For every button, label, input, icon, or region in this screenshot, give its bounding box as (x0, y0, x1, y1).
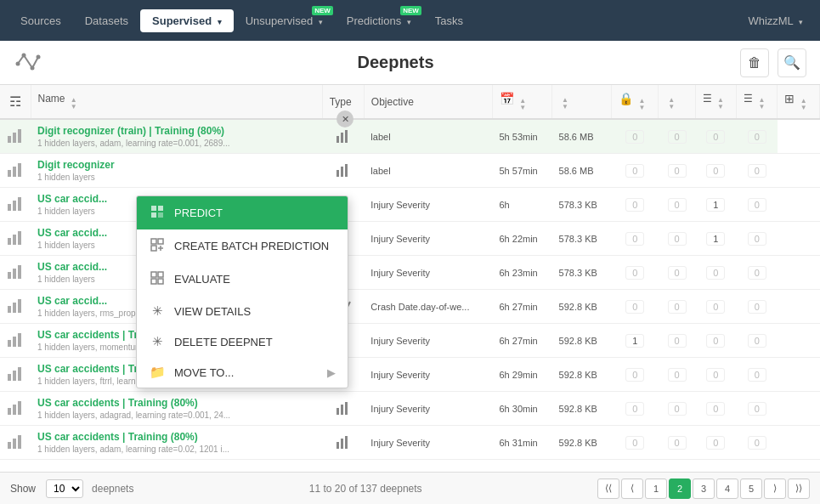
row-val-0: 1 (612, 324, 659, 358)
col-7[interactable]: ▲▼ (659, 85, 695, 119)
ctx-view-details[interactable]: ✳ VIEW DETAILS (137, 296, 348, 326)
entity-label: deepnets (92, 483, 133, 495)
svg-rect-76 (158, 279, 163, 284)
table-row[interactable]: US car accidents | Training (80%)1 hidde… (0, 324, 820, 358)
row-size: 592.8 KB (552, 290, 612, 324)
table-row[interactable]: US car accidents | Training (80%)1 hidde… (0, 358, 820, 392)
predict-icon (149, 204, 166, 222)
nav-predictions[interactable]: Predictions ▾ NEW (335, 9, 423, 32)
row-time: 5h 53min (492, 119, 551, 154)
col-9[interactable]: ☰ ▲▼ (737, 85, 778, 119)
page-first[interactable]: ⟨⟨ (597, 479, 619, 499)
ctx-move-label: MOVE TO... (174, 366, 234, 379)
svg-rect-48 (18, 367, 21, 381)
row-type (322, 392, 364, 426)
header-bar: Deepnets 🗑 🔍 (0, 41, 820, 85)
close-menu-btn[interactable]: ✕ (336, 110, 353, 127)
ctx-predict[interactable]: PREDICT (137, 196, 348, 229)
row-time: 6h 31min (492, 426, 551, 460)
row-val-2: 0 (695, 154, 736, 188)
svg-rect-15 (18, 163, 21, 177)
page-2[interactable]: 2 (669, 479, 691, 499)
row-name-sub: 1 hidden layers, adam, learning rate=0.0… (37, 139, 292, 148)
table-footer: Show 10 25 50 deepnets 11 to 20 of 137 d… (0, 472, 820, 504)
svg-rect-61 (336, 442, 339, 449)
search-button[interactable]: 🔍 (778, 48, 806, 77)
col-objective: Objective (364, 85, 492, 119)
svg-rect-54 (18, 401, 21, 415)
row-val-0: 0 (612, 154, 659, 188)
ctx-batch-predict[interactable]: CREATE BATCH PREDICTION (137, 229, 348, 263)
ctx-delete[interactable]: ✳ DELETE DEEPNET (137, 326, 348, 357)
page-next[interactable]: ⟩ (764, 479, 786, 499)
table-row[interactable]: US car accid...1 hidden layersInjury Sev… (0, 256, 820, 290)
row-chart-icon (0, 154, 31, 188)
row-val-2: 1 (695, 222, 736, 256)
page-3[interactable]: 3 (693, 479, 715, 499)
row-val-0: 0 (612, 358, 659, 392)
table-row[interactable]: US car accid...1 hidden layers, rms_prop… (0, 290, 820, 324)
nav-unsupervised[interactable]: Unsupervised ▾ NEW (234, 9, 335, 32)
svg-rect-21 (18, 197, 21, 211)
show-label: Show (10, 483, 36, 495)
row-chart-icon (0, 188, 31, 222)
table-row[interactable]: US car accid...1 hidden layersInjury Sev… (0, 222, 820, 256)
row-name-link[interactable]: Digit recognizer (train) | Training (80%… (37, 125, 315, 137)
row-val-0: 0 (612, 426, 659, 460)
nav-datasets[interactable]: Datasets (73, 9, 140, 32)
delete-button[interactable]: 🗑 (740, 48, 769, 77)
row-val-2: 0 (695, 324, 736, 358)
svg-rect-55 (336, 408, 339, 415)
delete-deepnet-icon: ✳ (149, 334, 166, 349)
nav-supervised[interactable]: Supervised ▾ (140, 9, 234, 32)
row-val-2: 1 (695, 188, 736, 222)
row-val-0: 0 (612, 222, 659, 256)
page-5[interactable]: 5 (740, 479, 762, 499)
row-extra: 0 (737, 188, 778, 222)
row-time: 6h (492, 188, 551, 222)
col-name[interactable]: Name ▲▼ (31, 85, 322, 119)
svg-rect-46 (8, 374, 11, 381)
nav-brand[interactable]: WhizzML ▾ (739, 9, 812, 32)
nav-sources[interactable]: Sources (8, 9, 73, 32)
svg-rect-7 (8, 136, 11, 143)
row-name-link[interactable]: US car accidents | Training (80%) (37, 397, 315, 409)
row-objective: Crash Date.day-of-we... (364, 290, 492, 324)
svg-rect-73 (151, 272, 156, 277)
ctx-evaluate[interactable]: EVALUATE (137, 263, 348, 296)
svg-rect-31 (8, 272, 11, 279)
page-1[interactable]: 1 (645, 479, 667, 499)
row-val-0: 0 (612, 188, 659, 222)
ctx-move-to[interactable]: 📁 MOVE TO... ▶ (137, 357, 348, 388)
svg-rect-58 (8, 442, 11, 449)
row-name-cell: Digit recognizer (train) | Training (80%… (31, 119, 322, 154)
svg-rect-63 (345, 436, 348, 449)
svg-rect-47 (13, 371, 16, 381)
per-page-select[interactable]: 10 25 50 (46, 479, 83, 498)
table-row[interactable]: US car accid...1 hidden layersInjury Sev… (0, 188, 820, 222)
col-10[interactable]: ⊞ ▲▼ (778, 85, 820, 119)
svg-rect-13 (8, 170, 11, 177)
col-5[interactable]: ▲▼ (552, 85, 612, 119)
row-chart-icon (0, 222, 31, 256)
row-objective: Injury Severity (364, 324, 492, 358)
svg-rect-70 (151, 246, 156, 251)
page-prev[interactable]: ⟨ (621, 479, 643, 499)
col-8[interactable]: ☰ ▲▼ (695, 85, 736, 119)
table-row[interactable]: US car accidents | Training (80%)1 hidde… (0, 426, 820, 460)
page-4[interactable]: 4 (716, 479, 738, 499)
svg-rect-8 (13, 133, 16, 143)
row-name-link[interactable]: US car accidents | Training (80%) (37, 431, 315, 443)
table-row[interactable]: Digit recognizer1 hidden layerslabel5h 5… (0, 154, 820, 188)
row-name-link[interactable]: Digit recognizer (37, 159, 315, 171)
col-created[interactable]: 📅 ▲▼ (492, 85, 551, 119)
svg-rect-60 (18, 435, 21, 449)
nav-tasks[interactable]: Tasks (423, 9, 475, 32)
table-row[interactable]: US car accidents | Training (80%)1 hidde… (0, 392, 820, 426)
table-row[interactable]: Digit recognizer (train) | Training (80%… (0, 119, 820, 154)
row-val-2: 0 (695, 358, 736, 392)
row-size: 578.3 KB (552, 256, 612, 290)
col-6[interactable]: 🔒 ▲▼ (612, 85, 659, 119)
page-last[interactable]: ⟩⟩ (788, 479, 810, 499)
svg-rect-37 (8, 306, 11, 313)
